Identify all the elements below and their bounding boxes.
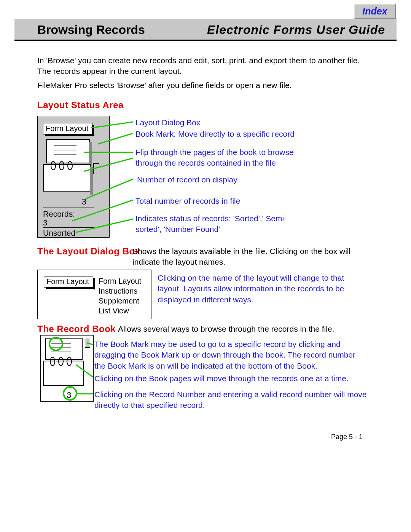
index-button[interactable]: Index [354, 4, 396, 19]
section-title: Browsing Records [37, 23, 145, 37]
book-note-bookmark: The Book Mark may be used to go to a spe… [94, 339, 368, 371]
dialog-description: Shows the layouts available in the file.… [132, 246, 365, 268]
book-note-pages: Clicking on the Book pages will move thr… [94, 373, 368, 384]
callout-layout-dialog: Layout Dialog Box [135, 117, 200, 128]
callout-flip-pages: Flip through the pages of the book to br… [135, 147, 295, 169]
bookmark-icon[interactable] [85, 338, 90, 348]
heading-record-book: The Record Book [37, 324, 116, 334]
guide-title: Electronic Forms User Guide [207, 23, 385, 37]
highlight-circle [49, 337, 63, 351]
layout-dropdown[interactable]: Form Layout [43, 123, 92, 134]
list-item[interactable]: Supplement [99, 296, 141, 306]
dialog-layout-list[interactable]: Form Layout Instructions Supplement List… [99, 276, 141, 316]
sort-status: Unsorted [43, 228, 75, 238]
records-label: Records: [43, 209, 75, 219]
dialog-illustration: Form Layout Form Layout Instructions Sup… [37, 270, 151, 319]
list-item[interactable]: Instructions [99, 286, 141, 296]
status-panel: Form Layout 3 Records: 3 Unsorted [37, 116, 110, 238]
callout-record-number: Number of record on display [137, 174, 237, 185]
bookmark-icon[interactable] [93, 163, 99, 174]
list-item[interactable]: Form Layout [99, 276, 141, 286]
current-record-number[interactable]: 3 [60, 197, 86, 207]
callout-total-records: Total number of records in file [135, 196, 240, 206]
book-note-record-number: Clicking on the Record Number and enteri… [94, 389, 368, 411]
book-top-page [46, 139, 90, 163]
dialog-note: Clicking on the name of the layout will … [158, 273, 363, 305]
book-rings [51, 161, 76, 172]
heading-layout-status: Layout Status Area [37, 100, 124, 110]
records-count: 3 [43, 218, 48, 227]
record-book-description: Allows several ways to browse through th… [118, 324, 362, 334]
record-book-icon[interactable] [43, 139, 100, 196]
page-header: Browsing Records Electronic Forms User G… [14, 19, 397, 41]
intro-paragraph-1: In 'Browse' you can create new records a… [37, 55, 368, 77]
intro-paragraph-2: FileMaker Pro selects 'Browse' after you… [37, 80, 368, 91]
dialog-layout-button[interactable]: Form Layout [44, 276, 93, 288]
heading-layout-dialog: The Layout Dialog Box [37, 246, 140, 257]
list-item[interactable]: List View [99, 306, 141, 316]
callout-sort-status: Indicates status of records: 'Sorted',' … [135, 213, 303, 235]
callout-bookmark: Book Mark: Move directly to a specific r… [135, 129, 295, 139]
highlight-circle [63, 386, 77, 401]
page-number: Page 5 - 1 [331, 432, 363, 441]
